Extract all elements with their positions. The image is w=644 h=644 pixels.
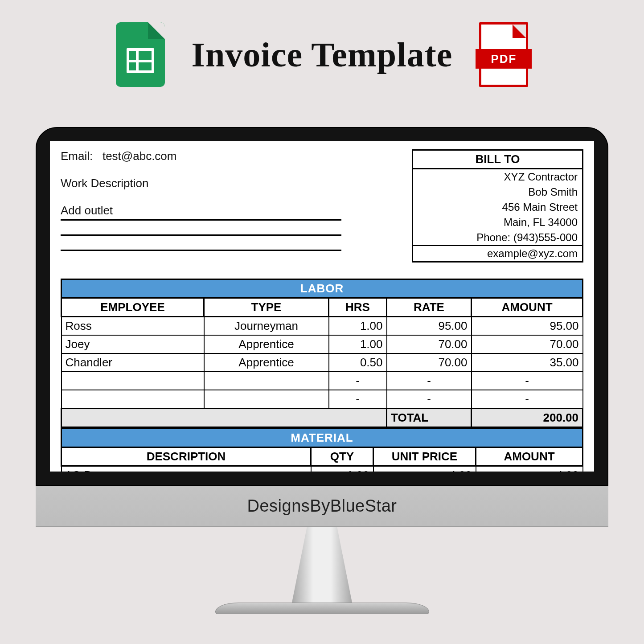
email-value: test@abc.com	[103, 149, 177, 163]
bill-to-box: BILL TO XYZ Contractor Bob Smith 456 Mai…	[412, 149, 583, 263]
google-sheets-icon	[116, 22, 165, 87]
bill-to-header: BILL TO	[413, 151, 582, 169]
labor-amount: -	[472, 390, 583, 409]
material-amount: 4.00	[476, 466, 583, 472]
labor-rate: -	[387, 372, 472, 390]
bill-to-phone: Phone: (943)555-000	[413, 230, 582, 245]
monitor-stand-base	[215, 603, 429, 614]
labor-col-hrs: HRS	[329, 298, 387, 317]
labor-rate: 70.00	[387, 353, 472, 372]
monitor-chin-brand: DesignsByBlueStar	[36, 486, 608, 527]
labor-section-header: LABOR	[62, 279, 583, 298]
material-col-unit-price: UNIT PRICE	[373, 447, 476, 466]
material-col-amount: AMOUNT	[476, 447, 583, 466]
labor-employee: Joey	[62, 335, 204, 353]
table-row: - - -	[62, 390, 583, 409]
labor-amount: -	[472, 372, 583, 390]
table-row: 1G Box 1.00 4.00 4.00	[62, 466, 583, 472]
labor-rate: -	[387, 390, 472, 409]
labor-employee	[62, 390, 204, 409]
title-bar: Invoice Template PDF	[0, 0, 644, 87]
bill-to-street: 456 Main Street	[413, 200, 582, 215]
bill-to-name: Bob Smith	[413, 185, 582, 200]
work-description-blank-1	[61, 221, 341, 236]
labor-table: LABOR EMPLOYEE TYPE HRS RATE AMOUNT Ross…	[61, 279, 583, 428]
monitor-stand-neck	[292, 527, 352, 603]
labor-col-rate: RATE	[387, 298, 472, 317]
invoice-document: Email: test@abc.com Work Description Add…	[50, 141, 594, 472]
labor-hrs: -	[329, 372, 387, 390]
labor-hrs: 1.00	[329, 317, 387, 336]
labor-hrs: 1.00	[329, 335, 387, 353]
material-section-header: MATERIAL	[62, 429, 583, 447]
labor-total-row: TOTAL 200.00	[62, 409, 583, 427]
labor-type: Apprentice	[204, 353, 329, 372]
monitor-bezel: Email: test@abc.com Work Description Add…	[36, 127, 608, 486]
bill-to-city: Main, FL 34000	[413, 215, 582, 230]
bill-to-email: example@xyz.com	[413, 245, 582, 261]
labor-amount: 95.00	[472, 317, 583, 336]
pdf-icon: PDF	[479, 22, 528, 87]
material-table: MATERIAL DESCRIPTION QTY UNIT PRICE AMOU…	[61, 428, 583, 472]
page-title: Invoice Template	[192, 35, 453, 75]
material-col-qty: QTY	[311, 447, 373, 466]
work-description-value: Add outlet	[61, 204, 341, 221]
labor-total-value: 200.00	[472, 409, 583, 427]
labor-hrs: -	[329, 390, 387, 409]
labor-employee: Ross	[62, 317, 204, 336]
bill-to-company: XYZ Contractor	[413, 169, 582, 185]
labor-type	[204, 390, 329, 409]
labor-employee	[62, 372, 204, 390]
labor-type: Journeyman	[204, 317, 329, 336]
labor-rate: 70.00	[387, 335, 472, 353]
labor-rate: 95.00	[387, 317, 472, 336]
table-row: Ross Journeyman 1.00 95.00 95.00	[62, 317, 583, 336]
labor-total-label: TOTAL	[387, 409, 472, 427]
labor-employee: Chandler	[62, 353, 204, 372]
monitor-mockup: Email: test@abc.com Work Description Add…	[0, 127, 644, 614]
pdf-label: PDF	[476, 49, 532, 69]
material-unit-price: 4.00	[373, 466, 476, 472]
email-row: Email: test@abc.com	[61, 149, 341, 163]
table-row: - - -	[62, 372, 583, 390]
material-desc: 1G Box	[62, 466, 311, 472]
labor-type: Apprentice	[204, 335, 329, 353]
labor-col-employee: EMPLOYEE	[62, 298, 204, 317]
labor-hrs: 0.50	[329, 353, 387, 372]
material-qty: 1.00	[311, 466, 373, 472]
labor-col-amount: AMOUNT	[472, 298, 583, 317]
labor-amount: 35.00	[472, 353, 583, 372]
table-row: Joey Apprentice 1.00 70.00 70.00	[62, 335, 583, 353]
work-description-blank-2	[61, 236, 341, 251]
labor-col-type: TYPE	[204, 298, 329, 317]
email-label: Email:	[61, 149, 93, 163]
material-col-description: DESCRIPTION	[62, 447, 311, 466]
work-description-label: Work Description	[61, 176, 341, 190]
table-row: Chandler Apprentice 0.50 70.00 35.00	[62, 353, 583, 372]
labor-amount: 70.00	[472, 335, 583, 353]
labor-type	[204, 372, 329, 390]
